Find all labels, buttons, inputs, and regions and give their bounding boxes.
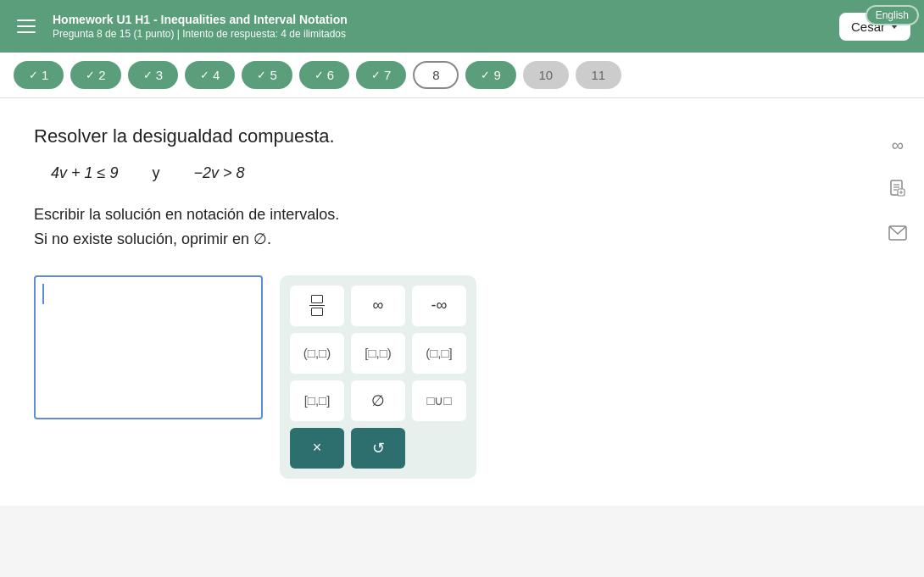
infinity-key[interactable]: ∞ xyxy=(351,286,405,326)
checkmark-icon-3: ✓ xyxy=(143,69,153,81)
mail-icon xyxy=(888,225,907,241)
closed-open-symbol: [□,□) xyxy=(365,346,391,360)
nav-item-1[interactable]: ✓ 1 xyxy=(14,61,64,89)
open-closed-key[interactable]: (□,□] xyxy=(412,333,466,374)
empty-set-symbol: ∅ xyxy=(371,391,385,410)
math-part1: 4v + 1 ≤ 9 xyxy=(51,164,118,182)
right-icons: ∞ xyxy=(885,132,910,248)
math-connector: y xyxy=(152,164,159,182)
nav-item-10[interactable]: 10 xyxy=(523,61,569,89)
open-open-symbol: (□,□) xyxy=(303,346,331,360)
nav-label-9: 9 xyxy=(493,68,500,82)
neg-infinity-key[interactable]: -∞ xyxy=(412,286,466,326)
nav-label-8: 8 xyxy=(432,68,439,82)
nav-label-2: 2 xyxy=(98,68,105,82)
nav-item-9[interactable]: ✓ 9 xyxy=(465,61,515,89)
fraction-icon xyxy=(309,295,325,317)
checkmark-icon-2: ✓ xyxy=(86,69,95,81)
keypad-row-3: [□,□] ∅ □∪□ xyxy=(290,380,466,421)
union-key[interactable]: □∪□ xyxy=(412,380,466,421)
answer-input-box[interactable] xyxy=(34,275,263,419)
nav-item-7[interactable]: ✓ 7 xyxy=(356,61,406,89)
nav-item-5[interactable]: ✓ 5 xyxy=(242,61,292,89)
header: Homework U1 H1 - Inequalities and Interv… xyxy=(0,0,924,53)
math-keypad: ∞ -∞ (□,□) [□,□) (□,□] xyxy=(280,275,476,479)
keypad-row-2: (□,□) [□,□) (□,□] xyxy=(290,333,466,374)
question-title: Resolver la desigualdad compuesta. xyxy=(34,125,890,147)
instruction-line2: Si no existe solución, oprimir en ∅. xyxy=(34,227,890,252)
infinity-icon: ∞ xyxy=(892,136,904,154)
nav-label-5: 5 xyxy=(270,68,276,82)
nav-label-3: 3 xyxy=(156,68,163,82)
nav-label-4: 4 xyxy=(213,68,220,82)
instruction-line1: Escribir la solución en notación de inte… xyxy=(34,203,890,227)
checkmark-icon-7: ✓ xyxy=(371,69,381,81)
union-symbol: □∪□ xyxy=(426,393,451,408)
nav-item-2[interactable]: ✓ 2 xyxy=(70,61,120,89)
nav-label-7: 7 xyxy=(384,68,391,82)
nav-item-4[interactable]: ✓ 4 xyxy=(185,61,235,89)
document-icon xyxy=(888,179,907,197)
nav-label-11: 11 xyxy=(591,68,605,82)
nav-item-6[interactable]: ✓ 6 xyxy=(299,61,349,89)
checkmark-icon-4: ✓ xyxy=(200,69,209,81)
fraction-key[interactable] xyxy=(290,286,344,326)
clear-key[interactable]: × xyxy=(290,428,344,469)
math-expression: 4v + 1 ≤ 9 y −2v > 8 xyxy=(51,164,890,182)
empty-set-key[interactable]: ∅ xyxy=(351,380,405,421)
closed-open-key[interactable]: [□,□) xyxy=(351,333,405,374)
nav-label-1: 1 xyxy=(42,68,48,82)
document-sidebar-button[interactable] xyxy=(885,175,910,205)
question-info: Pregunta 8 de 15 (1 punto) | Intento de … xyxy=(53,28,348,40)
nav-item-3[interactable]: ✓ 3 xyxy=(128,61,178,89)
infinity-symbol: ∞ xyxy=(373,297,384,314)
cursor xyxy=(42,284,44,304)
undo-symbol: ↺ xyxy=(372,439,385,458)
nav-item-8[interactable]: 8 xyxy=(413,61,459,89)
checkmark-icon-9: ✓ xyxy=(481,69,490,81)
closed-closed-key[interactable]: [□,□] xyxy=(290,380,344,421)
nav-item-11[interactable]: 11 xyxy=(576,61,621,89)
infinity-sidebar-icon[interactable]: ∞ xyxy=(885,132,910,158)
clear-symbol: × xyxy=(313,439,322,457)
neg-infinity-symbol: -∞ xyxy=(431,297,448,314)
mail-sidebar-button[interactable] xyxy=(885,222,910,248)
checkmark-icon-5: ✓ xyxy=(257,69,266,81)
keypad-row-4: × ↺ xyxy=(290,428,466,469)
checkmark-icon-6: ✓ xyxy=(314,69,324,81)
english-button[interactable]: English xyxy=(866,5,919,25)
nav-label-10: 10 xyxy=(538,68,553,82)
menu-button[interactable] xyxy=(14,16,39,36)
homework-title: Homework U1 H1 - Inequalities and Interv… xyxy=(53,13,348,26)
instruction-text: Escribir la solución en notación de inte… xyxy=(34,203,890,252)
undo-key[interactable]: ↺ xyxy=(351,428,405,469)
header-title: Homework U1 H1 - Inequalities and Interv… xyxy=(53,13,348,40)
checkmark-icon-1: ✓ xyxy=(29,69,38,81)
math-part2: −2v > 8 xyxy=(193,164,244,182)
question-nav: ✓ 1 ✓ 2 ✓ 3 ✓ 4 ✓ 5 ✓ 6 ✓ 7 8 ✓ 9 10 11 xyxy=(0,53,924,98)
input-keypad-row: ∞ -∞ (□,□) [□,□) (□,□] xyxy=(34,275,890,479)
nav-label-6: 6 xyxy=(327,68,334,82)
open-open-key[interactable]: (□,□) xyxy=(290,333,344,374)
open-closed-symbol: (□,□] xyxy=(426,346,452,360)
main-content: Resolver la desigualdad compuesta. 4v + … xyxy=(0,98,924,506)
closed-closed-symbol: [□,□] xyxy=(304,393,331,408)
keypad-row-1: ∞ -∞ xyxy=(290,286,466,326)
